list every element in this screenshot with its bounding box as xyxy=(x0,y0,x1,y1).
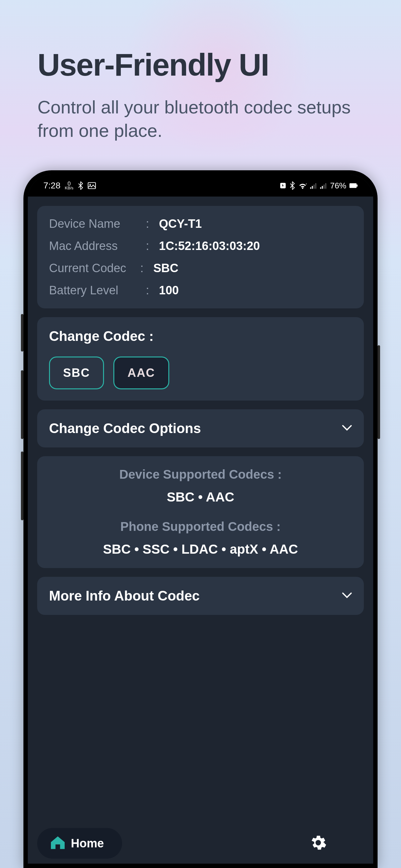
mac-address-label: Mac Address xyxy=(49,239,146,253)
device-supported-values: SBC • AAC xyxy=(49,490,352,505)
mac-address-row: Mac Address : 1C:52:16:03:03:20 xyxy=(49,239,352,253)
battery-icon xyxy=(349,183,358,188)
status-time: 7:28 xyxy=(43,181,61,191)
bottom-nav: Home xyxy=(37,823,364,864)
chevron-down-icon xyxy=(342,592,352,599)
svg-rect-9 xyxy=(322,186,323,189)
bluetooth-icon-2 xyxy=(290,182,295,190)
phone-supported-values: SBC • SSC • LDAC • aptX • AAC xyxy=(49,542,352,557)
bluetooth-icon xyxy=(78,182,83,190)
svg-point-1 xyxy=(89,184,91,185)
svg-rect-11 xyxy=(325,183,326,189)
battery-level-label: Battery Level xyxy=(49,284,146,297)
more-info-card[interactable]: More Info About Codec xyxy=(37,577,364,615)
marketing-subtitle: Control all your bluetooth codec setups … xyxy=(37,95,364,143)
recycle-icon xyxy=(279,182,287,189)
more-info-title: More Info About Codec xyxy=(49,588,200,604)
svg-rect-0 xyxy=(88,183,96,189)
supported-codecs-card: Device Supported Codecs : SBC • AAC Phon… xyxy=(37,456,364,568)
device-supported-label: Device Supported Codecs : xyxy=(49,467,352,482)
device-name-row: Device Name : QCY-T1 xyxy=(49,217,352,230)
nav-home-label: Home xyxy=(71,837,104,850)
svg-rect-10 xyxy=(324,185,325,189)
codec-button-sbc[interactable]: SBC xyxy=(49,356,104,389)
status-data-rate: 0 KB/s xyxy=(65,181,73,190)
svg-rect-6 xyxy=(313,185,314,189)
mac-address-value: 1C:52:16:03:03:20 xyxy=(159,239,260,253)
marketing-header: User-Friendly UI Control all your blueto… xyxy=(0,0,401,143)
device-name-label: Device Name xyxy=(49,217,146,230)
svg-rect-7 xyxy=(315,183,316,189)
codec-button-aac[interactable]: AAC xyxy=(113,356,169,389)
change-codec-options-title: Change Codec Options xyxy=(49,421,201,436)
svg-rect-12 xyxy=(349,183,357,188)
svg-text:+: + xyxy=(305,183,307,186)
change-codec-card: Change Codec : SBC AAC xyxy=(37,317,364,401)
device-name-value: QCY-T1 xyxy=(159,217,202,230)
battery-level-value: 100 xyxy=(159,284,179,297)
svg-rect-13 xyxy=(357,185,358,187)
status-battery-percent: 76% xyxy=(330,181,346,191)
phone-frame: 7:28 0 KB/s + xyxy=(24,170,377,868)
nav-settings-button[interactable] xyxy=(310,835,326,852)
change-codec-title: Change Codec : xyxy=(49,329,352,344)
image-icon xyxy=(88,182,96,189)
change-codec-options-card[interactable]: Change Codec Options xyxy=(37,409,364,447)
svg-rect-5 xyxy=(312,186,312,189)
status-bar: 7:28 0 KB/s + xyxy=(28,175,373,196)
wifi-icon: + xyxy=(298,182,307,189)
nav-home-button[interactable]: Home xyxy=(37,828,122,859)
signal-icon-2 xyxy=(320,183,327,189)
svg-rect-8 xyxy=(320,187,321,189)
marketing-title: User-Friendly UI xyxy=(37,47,364,83)
signal-icon-1 xyxy=(310,183,317,189)
phone-supported-label: Phone Supported Codecs : xyxy=(49,520,352,534)
current-codec-value: SBC xyxy=(153,261,178,275)
gear-icon xyxy=(310,835,326,851)
current-codec-label: Current Codec xyxy=(49,261,146,275)
battery-level-row: Battery Level : 100 xyxy=(49,284,352,297)
device-info-card: Device Name : QCY-T1 Mac Address : 1C:52… xyxy=(37,206,364,308)
phone-screen: 7:28 0 KB/s + xyxy=(28,175,373,864)
current-codec-row: Current Codec : SBC xyxy=(49,261,352,275)
svg-rect-4 xyxy=(310,187,311,189)
chevron-down-icon xyxy=(342,425,352,432)
home-icon xyxy=(51,836,65,850)
